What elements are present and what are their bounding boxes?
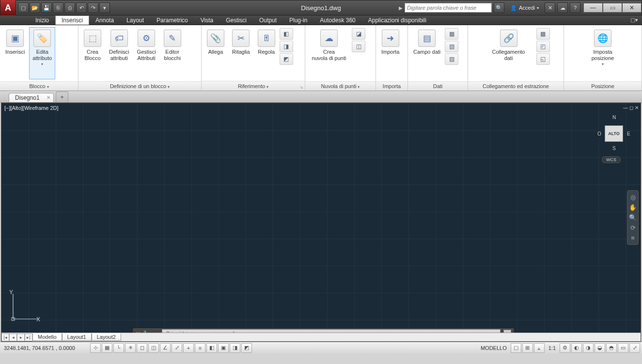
ritaglia-button[interactable]: ✂Ritaglia [229,27,253,64]
qat-more-icon[interactable]: ▾ [99,2,110,13]
drawing-viewport[interactable]: [−][Alto][Wireframe 2D] — ◻ ✕ N S E O AL… [1,103,641,342]
layout-tab-layout2[interactable]: Layout2 [92,334,121,341]
sb-r1-icon[interactable]: ▢ [511,343,521,353]
sb-dyn-icon[interactable]: + [183,343,194,353]
nav-showmenu-icon[interactable]: ≡ [631,234,635,242]
search-go-icon[interactable]: 🔍 [494,2,504,13]
dati-small-2[interactable]: ▧ [445,41,458,52]
maximize-button[interactable]: ▭ [603,3,622,13]
model-space-label[interactable]: MODELLO [478,345,510,351]
tab-plugin[interactable]: Plug-in [283,15,313,25]
sb-sc-icon[interactable]: ◨ [230,343,240,353]
sb-lwt-icon[interactable]: ≡ [195,343,205,353]
coll-small-3[interactable]: ◱ [536,53,550,65]
collegamento-dati-button[interactable]: 🔗Collegamento dati [482,27,535,79]
save-icon[interactable]: 💾 [41,2,52,13]
nav-full-icon[interactable]: ◎ [630,194,636,201]
gestisci-attributi-button[interactable]: ⚙Gestisci Attributi [134,27,159,79]
viewport-minimize-icon[interactable]: — [623,105,628,110]
panel-title-defblocco[interactable]: Definizione di un blocco [110,83,170,89]
sb-annoscale-icon[interactable]: ⟁ [534,343,545,353]
coll-small-1[interactable]: ▩ [536,28,550,40]
sign-in[interactable]: 👤 Accedi ▾ [510,5,539,11]
layout-next-icon[interactable]: ▸ [17,334,25,341]
viewport-maximize-icon[interactable]: ◻ [629,105,633,110]
layout-prev-icon[interactable]: ◂ [9,334,17,341]
sb-r4-icon[interactable]: ◐ [571,343,582,353]
print-icon[interactable]: ⎙ [64,2,75,13]
definisci-attributi-button[interactable]: 🏷Definisci attributi [106,27,133,79]
nuvola-small-2[interactable]: ◫ [352,41,365,52]
sb-r5-icon[interactable]: ◑ [583,343,594,353]
tab-output[interactable]: Output [253,15,283,25]
layout-first-icon[interactable]: |◂ [1,334,9,341]
viewcube-face[interactable]: ALTO [605,125,623,142]
tab-annota[interactable]: Annota [89,15,120,25]
redo-icon[interactable]: ↷ [88,2,98,13]
sb-polar-icon[interactable]: ✳ [125,343,136,353]
search-input[interactable] [405,3,492,13]
sb-ducs-icon[interactable]: ⤢ [172,343,182,353]
sb-r2-icon[interactable]: ⊞ [522,343,533,353]
campo-dati-button[interactable]: ▤Campo dati [410,27,444,79]
tab-gestisci[interactable]: Gestisci [219,15,253,25]
ref-small-2[interactable]: ◨ [280,41,293,52]
ribbon-extra-icon[interactable]: ▢▾ [630,17,638,23]
new-tab-button[interactable]: ＋ [56,91,68,102]
sb-osnap-icon[interactable]: ◻ [137,343,147,353]
dati-small-3[interactable]: ▨ [445,53,458,65]
sb-r8-icon[interactable]: ▭ [618,343,628,353]
sb-grid-icon[interactable]: ▦ [102,343,112,353]
panel-title-riferimento[interactable]: Riferimento [238,83,268,89]
inserisci-button[interactable]: ▣ Inserisci [2,27,28,79]
imposta-posizione-button[interactable]: 🌐Imposta posizione▾ [588,27,617,79]
editor-blocchi-button[interactable]: ✎Editor blocchi [160,27,185,79]
tab-parametrico[interactable]: Parametrico [150,15,194,25]
close-button[interactable]: ✕ [622,3,642,13]
tab-vista[interactable]: Vista [194,15,219,25]
ref-small-1[interactable]: ◧ [280,28,293,40]
sb-3dosnap-icon[interactable]: ◫ [148,343,159,353]
tab-inizio[interactable]: Inizio [29,15,55,25]
panel-title-nuvola[interactable]: Nuvola di punti [321,83,360,89]
tab-layout[interactable]: Layout [120,15,150,25]
sb-r6-icon[interactable]: ◒ [595,343,605,353]
layout-last-icon[interactable]: ▸| [25,334,32,341]
scale-label[interactable]: 1:1 [546,345,559,351]
viewport-close-icon[interactable]: ✕ [635,105,639,110]
view-cube[interactable]: N S E O ALTO WCS [596,111,632,164]
sb-am-icon[interactable]: ◩ [241,343,252,353]
crea-nuvola-button[interactable]: ☁Crea nuvola di punti [307,27,351,79]
dialog-launcher-icon[interactable]: ↘ [300,85,303,90]
crea-blocco-button[interactable]: ⬚Crea Blocco [80,27,105,79]
nav-pan-icon[interactable]: ✋ [629,204,637,211]
exchange-icon[interactable]: ✕ [545,2,555,13]
edita-attributo-button[interactable]: 🏷️ Edita attributo ▾ [29,27,55,79]
help-icon[interactable]: ? [570,2,580,13]
regola-button[interactable]: 🎚Regola [254,27,279,64]
cloud-icon[interactable]: ☁ [557,2,568,13]
ref-small-3[interactable]: ◩ [280,53,293,65]
nuvola-small-1[interactable]: ◪ [352,28,365,40]
document-tab[interactable]: Disegno1 ✕ [9,93,54,102]
nav-zoom-icon[interactable]: 🔍 [629,214,637,221]
tab-inserisci[interactable]: Inserisci [55,15,89,25]
tab-apps[interactable]: Applicazioni disponibili [362,15,433,25]
sb-r7-icon[interactable]: ◓ [606,343,617,353]
sb-qp-icon[interactable]: ▣ [218,343,229,353]
sb-tpy-icon[interactable]: ◧ [206,343,217,353]
new-icon[interactable]: ▢ [18,2,29,13]
layout-tab-modello[interactable]: Modello [32,334,62,341]
nav-orbit-icon[interactable]: ⟳ [630,224,636,231]
sb-snap-icon[interactable]: ⊹ [90,343,101,353]
coll-small-2[interactable]: ◰ [536,41,550,52]
dati-small-1[interactable]: ▦ [445,28,458,40]
viewport-label[interactable]: [−][Alto][Wireframe 2D] [4,105,59,111]
tab-autodesk360[interactable]: Autodesk 360 [313,15,361,25]
sb-r3-icon[interactable]: ⚙ [560,343,570,353]
importa-button[interactable]: ➜Importa [378,27,403,79]
close-tab-icon[interactable]: ✕ [47,95,50,100]
wcs-badge[interactable]: WCS [602,156,621,163]
sb-ortho-icon[interactable]: └ [113,343,124,353]
undo-icon[interactable]: ↶ [76,2,87,13]
